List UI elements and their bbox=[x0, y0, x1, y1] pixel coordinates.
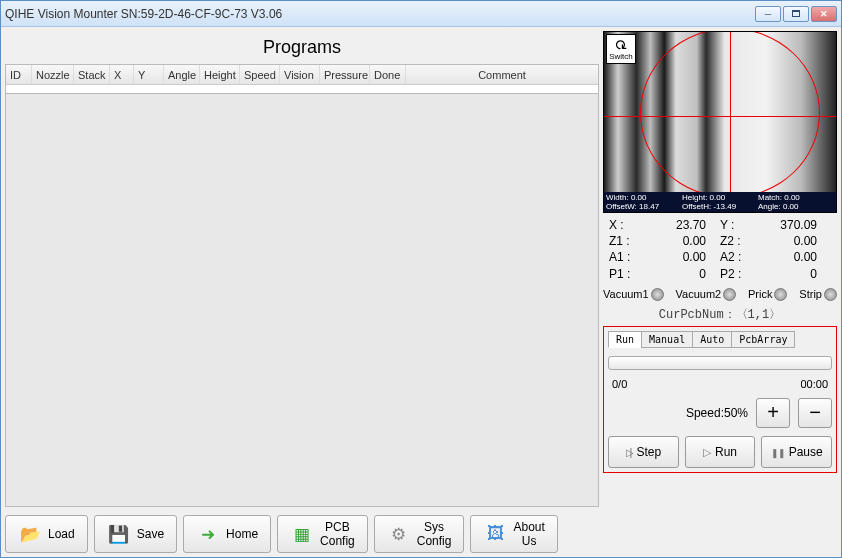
home-button[interactable]: ➜Home bbox=[183, 515, 271, 553]
run-panel: Run Manual Auto PcbArray 0/0 00:00 Speed… bbox=[603, 326, 837, 473]
sys-config-button[interactable]: ⚙Sys Config bbox=[374, 515, 465, 553]
crosshair-horizontal bbox=[604, 116, 836, 117]
maximize-button[interactable] bbox=[783, 6, 809, 22]
home-icon: ➜ bbox=[196, 522, 220, 546]
col-y[interactable]: Y bbox=[134, 65, 164, 84]
bottom-toolbar: 📂Load 💾Save ➜Home ▦PCB Config ⚙Sys Confi… bbox=[1, 511, 841, 557]
progress-time: 00:00 bbox=[800, 378, 828, 390]
current-pcb-number: CurPcbNum：〈1,1〉 bbox=[603, 305, 837, 324]
col-vision[interactable]: Vision bbox=[280, 65, 320, 84]
gear-icon: ⚙ bbox=[387, 522, 411, 546]
prick-label: Prick bbox=[748, 288, 772, 300]
col-speed[interactable]: Speed bbox=[240, 65, 280, 84]
window-title: QIHE Vision Mounter SN:59-2D-46-CF-9C-73… bbox=[5, 7, 755, 21]
col-height[interactable]: Height bbox=[200, 65, 240, 84]
pause-icon bbox=[771, 445, 785, 459]
crosshair-vertical bbox=[730, 32, 731, 198]
save-button[interactable]: 💾Save bbox=[94, 515, 177, 553]
col-comment[interactable]: Comment bbox=[406, 65, 598, 84]
minimize-button[interactable] bbox=[755, 6, 781, 22]
step-button[interactable]: Step bbox=[608, 436, 679, 468]
pcb-config-button[interactable]: ▦PCB Config bbox=[277, 515, 368, 553]
progress-count: 0/0 bbox=[612, 378, 627, 390]
col-done[interactable]: Done bbox=[370, 65, 406, 84]
close-button[interactable] bbox=[811, 6, 837, 22]
speed-plus-button[interactable]: + bbox=[756, 398, 790, 428]
pcb-icon: ▦ bbox=[290, 522, 314, 546]
strip-label: Strip bbox=[799, 288, 822, 300]
step-icon bbox=[626, 445, 633, 459]
strip-led[interactable] bbox=[824, 288, 837, 301]
col-id[interactable]: ID bbox=[6, 65, 32, 84]
progress-bar bbox=[608, 356, 832, 370]
play-icon bbox=[703, 445, 711, 459]
titlebar: QIHE Vision Mounter SN:59-2D-46-CF-9C-73… bbox=[1, 1, 841, 27]
vacuum2-label: Vacuum2 bbox=[676, 288, 722, 300]
tab-manual[interactable]: Manual bbox=[641, 331, 693, 348]
prick-led[interactable] bbox=[774, 288, 787, 301]
col-stack[interactable]: Stack bbox=[74, 65, 110, 84]
save-icon: 💾 bbox=[107, 522, 131, 546]
coordinates-panel: X :23.70 Y :370.09 Z1 :0.00 Z2 :0.00 A1 … bbox=[603, 215, 837, 284]
programs-table-header: ID Nozzle Stack X Y Angle Height Speed V… bbox=[5, 64, 599, 94]
load-button[interactable]: 📂Load bbox=[5, 515, 88, 553]
about-icon: 🖼 bbox=[483, 522, 507, 546]
tab-auto[interactable]: Auto bbox=[692, 331, 732, 348]
about-button[interactable]: 🖼About Us bbox=[470, 515, 557, 553]
vacuum1-led[interactable] bbox=[651, 288, 664, 301]
folder-icon: 📂 bbox=[18, 522, 42, 546]
tab-run[interactable]: Run bbox=[608, 331, 642, 348]
io-indicators: Vacuum1 Vacuum2 Prick Strip bbox=[603, 286, 837, 303]
camera-readout: Width: 0.00 OffsetW: 18.47 Height: 0.00 … bbox=[604, 192, 836, 212]
speed-label: Speed:50% bbox=[686, 406, 748, 420]
programs-heading: Programs bbox=[5, 31, 599, 64]
vacuum1-label: Vacuum1 bbox=[603, 288, 649, 300]
run-button[interactable]: Run bbox=[685, 436, 756, 468]
vacuum2-led[interactable] bbox=[723, 288, 736, 301]
camera-view[interactable]: ⟳ Switch Width: 0.00 OffsetW: 18.47 Heig… bbox=[603, 31, 837, 213]
col-x[interactable]: X bbox=[110, 65, 134, 84]
col-pressure[interactable]: Pressure bbox=[320, 65, 370, 84]
camera-switch-button[interactable]: ⟳ Switch bbox=[606, 34, 636, 64]
tab-pcbarray[interactable]: PcbArray bbox=[731, 331, 795, 348]
col-nozzle[interactable]: Nozzle bbox=[32, 65, 74, 84]
pause-button[interactable]: Pause bbox=[761, 436, 832, 468]
speed-minus-button[interactable]: − bbox=[798, 398, 832, 428]
col-angle[interactable]: Angle bbox=[164, 65, 200, 84]
programs-table-body[interactable] bbox=[5, 94, 599, 507]
